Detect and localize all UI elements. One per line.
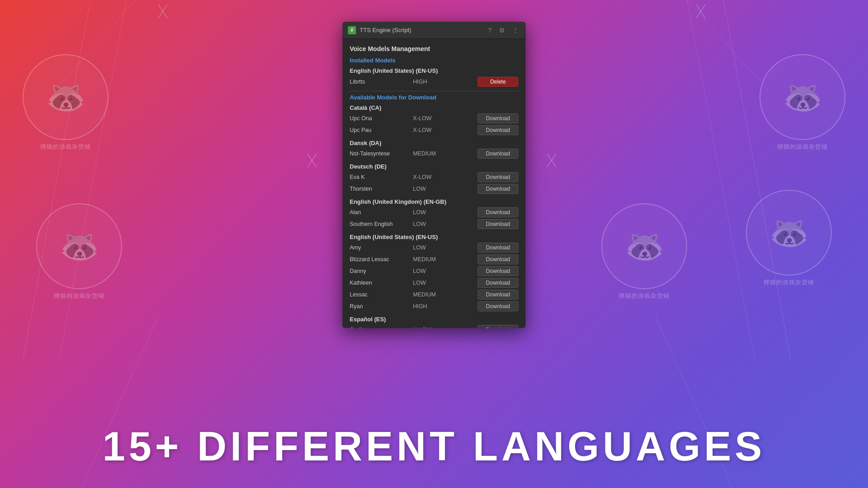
voice-row-carlfm: Carlfm X-LOW Download [350, 324, 519, 328]
voice-row-southern-english: Southern English LOW Download [350, 218, 519, 230]
download-button-upc-ona[interactable]: Download [478, 113, 519, 123]
voice-info: Carlfm X-LOW [350, 327, 478, 328]
installed-language-name: English (United States) (EN-US) [350, 67, 519, 74]
download-button-danny[interactable]: Download [478, 266, 519, 276]
voice-quality: HIGH [413, 79, 445, 85]
download-button-ryan[interactable]: Download [478, 301, 519, 311]
dialog-title: TTS Engine (Script) [360, 27, 411, 33]
voice-info: Eva K X-LOW [350, 174, 478, 180]
bottom-text-container: 15+ DIFFERENT LANGUAGES [0, 423, 868, 470]
voice-name: Lessac [350, 291, 404, 298]
download-button-upc-pau[interactable]: Download [478, 125, 519, 135]
voice-name: Blizzard Lessac [350, 256, 404, 263]
voice-info: Librtts HIGH [350, 79, 478, 85]
voice-info: Ryan HIGH [350, 303, 478, 310]
voice-row-alan: Alan LOW Download [350, 206, 519, 218]
voice-name: Upc Pau [350, 127, 404, 133]
voice-name: Upc Ona [350, 115, 404, 122]
download-button-lessac[interactable]: Download [478, 290, 519, 300]
language-en-us: English (United States) (EN-US) Amy LOW … [350, 234, 519, 312]
voice-row-ryan: Ryan HIGH Download [350, 300, 519, 312]
language-espanol-name: Español (ES) [350, 316, 519, 323]
menu-button[interactable]: ⋮ [510, 26, 520, 35]
voice-row-thorsten: Thorsten LOW Download [350, 183, 519, 195]
voice-quality: LOW [413, 244, 445, 251]
language-dansk: Dansk (DA) Nst-Talesyntese MEDIUM Downlo… [350, 140, 519, 160]
language-dansk-name: Dansk (DA) [350, 140, 519, 146]
voice-name: Kathleen [350, 280, 404, 286]
available-header: Available Models for Download [350, 94, 519, 101]
download-button-blizzard[interactable]: Download [478, 254, 519, 264]
voice-name: Alan [350, 209, 404, 216]
titlebar-left: # TTS Engine (Script) [348, 26, 411, 34]
voice-quality: LOW [413, 186, 445, 192]
language-deutsch: Deutsch (DE) Eva K X-LOW Download Thorst… [350, 163, 519, 195]
voice-name: Carlfm [350, 327, 404, 328]
language-en-us-name: English (United States) (EN-US) [350, 234, 519, 240]
installed-english-us: English (United States) (EN-US) Librtts … [350, 67, 519, 88]
voice-info: Kathleen LOW [350, 280, 478, 286]
voice-quality: X-LOW [413, 127, 445, 133]
voice-quality: LOW [413, 280, 445, 286]
voice-row-upc-ona: Upc Ona X-LOW Download [350, 113, 519, 124]
help-button[interactable]: ? [486, 26, 494, 35]
download-button-carlfm[interactable]: Download [478, 325, 519, 328]
voice-quality: X-LOW [413, 115, 445, 122]
voice-models-title: Voice Models Management [350, 45, 519, 52]
script-icon: # [348, 26, 356, 34]
divider [350, 91, 519, 91]
voice-name: Southern English [350, 221, 404, 227]
voice-quality: MEDIUM [413, 291, 445, 298]
installed-header: Installed Models [350, 57, 519, 64]
voice-quality: LOW [413, 221, 445, 227]
voice-row-nst: Nst-Talesyntese MEDIUM Download [350, 148, 519, 160]
language-deutsch-name: Deutsch (DE) [350, 163, 519, 170]
download-button-kathleen[interactable]: Download [478, 278, 519, 288]
voice-name: Amy [350, 244, 404, 251]
dialog-content: Voice Models Management Installed Models… [343, 39, 526, 328]
voice-row-eva-k: Eva K X-LOW Download [350, 171, 519, 183]
voice-info: Upc Pau X-LOW [350, 127, 478, 133]
download-button-southern-english[interactable]: Download [478, 219, 519, 229]
installed-voice-row: Librtts HIGH Delete [350, 75, 519, 88]
dialog-titlebar: # TTS Engine (Script) ? ⚙ ⋮ [343, 22, 526, 39]
voice-info: Amy LOW [350, 244, 478, 251]
delete-button[interactable]: Delete [478, 77, 519, 87]
voice-name: Eva K [350, 174, 404, 180]
language-en-gb-name: English (United Kingdom) (EN-GB) [350, 198, 519, 205]
language-catala-name: Català (CA) [350, 104, 519, 111]
download-button-amy[interactable]: Download [478, 243, 519, 253]
settings-button[interactable]: ⚙ [497, 26, 507, 35]
titlebar-controls: ? ⚙ ⋮ [486, 26, 520, 35]
voice-quality: MEDIUM [413, 150, 445, 157]
voice-row-danny: Danny LOW Download [350, 265, 519, 277]
voice-info: Blizzard Lessac MEDIUM [350, 256, 478, 263]
voice-quality: HIGH [413, 303, 445, 310]
voice-name: Danny [350, 268, 404, 274]
voice-info: Thorsten LOW [350, 186, 478, 192]
voice-row-blizzard: Blizzard Lessac MEDIUM Download [350, 253, 519, 265]
voice-row-lessac: Lessac MEDIUM Download [350, 289, 519, 300]
voice-quality: LOW [413, 268, 445, 274]
languages-headline: 15+ DIFFERENT LANGUAGES [103, 424, 766, 469]
tts-engine-dialog: # TTS Engine (Script) ? ⚙ ⋮ Voice Models… [343, 22, 526, 328]
language-catala: Català (CA) Upc Ona X-LOW Download Upc P… [350, 104, 519, 136]
download-button-thorsten[interactable]: Download [478, 184, 519, 194]
language-en-gb: English (United Kingdom) (EN-GB) Alan LO… [350, 198, 519, 230]
voice-info: Alan LOW [350, 209, 478, 216]
download-button-alan[interactable]: Download [478, 207, 519, 217]
download-button-nst[interactable]: Download [478, 149, 519, 159]
voice-name: Thorsten [350, 186, 404, 192]
voice-row-upc-pau: Upc Pau X-LOW Download [350, 124, 519, 136]
voice-name: Librtts [350, 79, 404, 85]
voice-row-amy: Amy LOW Download [350, 242, 519, 253]
voice-row-kathleen: Kathleen LOW Download [350, 277, 519, 289]
voice-name: Nst-Talesyntese [350, 150, 404, 157]
voice-info: Danny LOW [350, 268, 478, 274]
voice-quality: LOW [413, 209, 445, 216]
voice-info: Nst-Talesyntese MEDIUM [350, 150, 478, 157]
download-button-eva-k[interactable]: Download [478, 172, 519, 182]
voice-info: Southern English LOW [350, 221, 478, 227]
voice-quality: X-LOW [413, 174, 445, 180]
language-espanol: Español (ES) Carlfm X-LOW Download [350, 316, 519, 328]
